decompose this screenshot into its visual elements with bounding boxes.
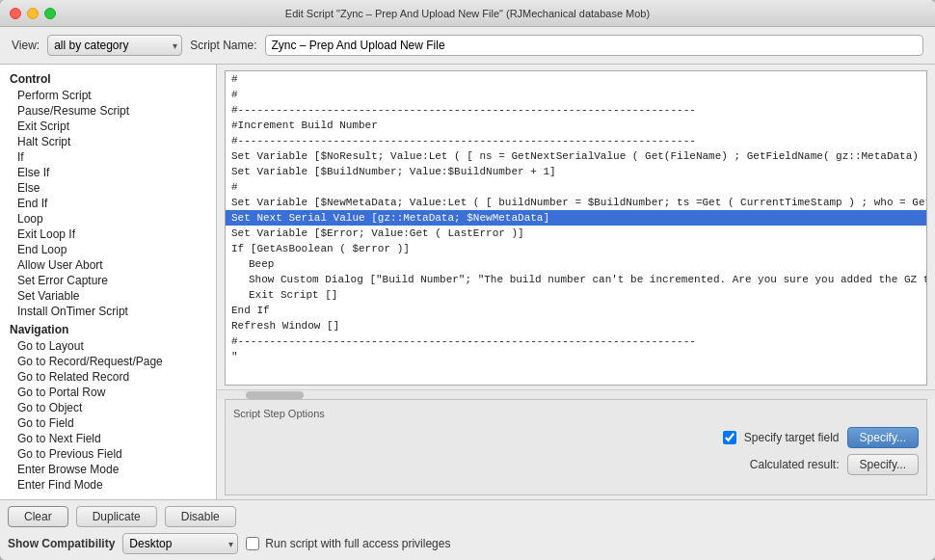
script-line: #---------------------------------------… (226, 333, 926, 349)
bottom-bar: Clear Duplicate Disable Show Compatibili… (0, 499, 935, 560)
sidebar-item-set-error-capture[interactable]: Set Error Capture (0, 273, 216, 288)
script-line: Set Variable [$BuildNumber; Value:$Build… (226, 164, 926, 179)
disable-button[interactable]: Disable (165, 506, 236, 527)
scroll-thumb[interactable] (246, 391, 304, 399)
script-editor-scrollbar[interactable] (217, 389, 935, 399)
script-line: Set Variable [$NewMetaData; Value:Let ( … (226, 195, 926, 210)
sidebar-item-halt-script[interactable]: Halt Script (0, 134, 216, 149)
sidebar-section-control: Control (0, 68, 216, 88)
compat-row: Show Compatibility Desktop iOS Server We… (8, 533, 927, 554)
specify-target-label: Specify target field (744, 431, 840, 444)
script-line: #---------------------------------------… (226, 102, 926, 118)
sidebar-item-end-loop[interactable]: End Loop (0, 242, 216, 257)
sidebar-item-install-ontimer[interactable]: Install OnTimer Script (0, 304, 216, 319)
view-select[interactable]: all by category all alphabetically (47, 35, 182, 56)
sidebar-section-navigation: Navigation (0, 319, 216, 338)
compat-select[interactable]: Desktop iOS Server Web (122, 533, 238, 554)
calculated-result-row: Calculated result: Specify... (233, 454, 919, 475)
clear-button[interactable]: Clear (8, 506, 68, 527)
script-line: End If (226, 303, 926, 318)
sidebar-item-end-if[interactable]: End If (0, 196, 216, 211)
script-line: #---------------------------------------… (226, 133, 926, 148)
sidebar-item-go-to-related-record[interactable]: Go to Related Record (0, 369, 216, 385)
sidebar-item-go-to-layout[interactable]: Go to Layout (0, 338, 216, 354)
script-line: Set Variable [$Error; Value:Get ( LastEr… (226, 226, 926, 241)
maximize-button[interactable] (44, 8, 56, 19)
sidebar-item-allow-user-abort[interactable]: Allow User Abort (0, 257, 216, 273)
sidebar-item-go-to-next-field[interactable]: Go to Next Field (0, 431, 216, 446)
sidebar-item-exit-script[interactable]: Exit Script (0, 119, 216, 134)
script-line: Beep (226, 256, 926, 272)
script-name-input[interactable] (265, 35, 924, 56)
sidebar-item-go-to-field[interactable]: Go to Field (0, 415, 216, 431)
sidebar-item-perform-script[interactable]: Perform Script (0, 88, 216, 103)
show-compat-label: Show Compatibility (8, 537, 115, 550)
traffic-lights (10, 8, 56, 19)
right-panel: # # #-----------------------------------… (217, 65, 935, 499)
script-line: Show Custom Dialog ["Build Number"; "The… (226, 272, 926, 287)
duplicate-button[interactable]: Duplicate (76, 506, 157, 527)
script-line: " (226, 349, 926, 364)
calculated-result-label: Calculated result: (750, 458, 840, 471)
specify-target-button[interactable]: Specify... (847, 427, 919, 448)
sidebar-item-go-to-object[interactable]: Go to Object (0, 400, 216, 415)
sidebar-item-if[interactable]: If (0, 149, 216, 165)
sidebar-item-enter-browse-mode[interactable]: Enter Browse Mode (0, 462, 216, 477)
specify-target-checkbox[interactable] (723, 431, 736, 444)
sidebar: Control Perform Script Pause/Resume Scri… (0, 65, 217, 499)
script-line: Refresh Window [] (226, 318, 926, 333)
options-panel: Script Step Options Specify target field… (225, 399, 927, 495)
script-line: If [GetAsBoolean ( $error )] (226, 241, 926, 256)
script-line: # (226, 87, 926, 102)
script-line: Exit Script [] (226, 287, 926, 303)
run-script-label: Run script with full access privileges (265, 537, 450, 550)
sidebar-item-loop[interactable]: Loop (0, 211, 216, 227)
minimize-button[interactable] (27, 8, 39, 19)
sidebar-item-else-if[interactable]: Else If (0, 165, 216, 180)
script-line-selected[interactable]: Set Next Serial Value [gz::MetaData; $Ne… (226, 210, 926, 226)
title-bar: Edit Script "Zync – Prep And Upload New … (0, 0, 935, 27)
bottom-buttons: Clear Duplicate Disable (8, 506, 927, 527)
script-name-label: Script Name: (190, 39, 256, 52)
run-script-checkbox[interactable] (246, 537, 259, 550)
script-editor[interactable]: # # #-----------------------------------… (225, 70, 927, 386)
sidebar-item-pause-resume[interactable]: Pause/Resume Script (0, 103, 216, 119)
main-window: Edit Script "Zync – Prep And Upload New … (0, 0, 935, 560)
run-script-row: Run script with full access privileges (246, 537, 450, 550)
view-select-wrapper[interactable]: all by category all alphabetically (47, 35, 182, 56)
sidebar-item-enter-find-mode[interactable]: Enter Find Mode (0, 477, 216, 493)
toolbar: View: all by category all alphabetically… (0, 27, 935, 65)
compat-select-wrapper[interactable]: Desktop iOS Server Web (122, 533, 238, 554)
window-title: Edit Script "Zync – Prep And Upload New … (285, 8, 650, 19)
script-line: #Increment Build Number (226, 118, 926, 133)
sidebar-item-set-variable[interactable]: Set Variable (0, 288, 216, 304)
options-title: Script Step Options (233, 408, 919, 419)
view-label: View: (12, 39, 40, 52)
close-button[interactable] (10, 8, 21, 19)
sidebar-item-go-to-portal-row[interactable]: Go to Portal Row (0, 385, 216, 400)
script-line: # (226, 179, 926, 195)
script-line: # (226, 71, 926, 87)
sidebar-item-go-to-record[interactable]: Go to Record/Request/Page (0, 354, 216, 369)
specify-target-row: Specify target field Specify... (233, 427, 919, 448)
sidebar-item-else[interactable]: Else (0, 180, 216, 196)
sidebar-item-exit-loop-if[interactable]: Exit Loop If (0, 227, 216, 242)
calculated-result-button[interactable]: Specify... (847, 454, 919, 475)
sidebar-item-go-to-previous-field[interactable]: Go to Previous Field (0, 446, 216, 462)
script-line: Set Variable [$NoResult; Value:Let ( [ n… (226, 148, 926, 164)
main-content: Control Perform Script Pause/Resume Scri… (0, 65, 935, 499)
